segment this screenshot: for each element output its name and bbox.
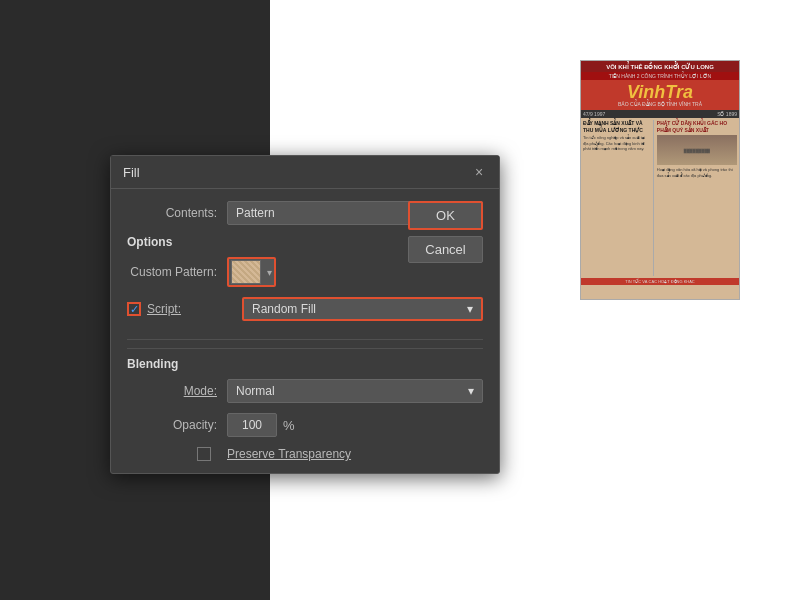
opacity-input[interactable] [227,413,277,437]
mode-value: Normal [236,384,275,398]
preserve-transparency-row: Preserve Transparency [127,447,483,461]
dialog-body: Contents: Pattern ▾ Options Custom Patte… [111,189,499,473]
mode-arrow: ▾ [468,384,474,398]
custom-pattern-label: Custom Pattern: [127,265,227,279]
mode-label: Mode: [127,384,227,398]
cancel-button[interactable]: Cancel [408,236,483,263]
pattern-arrow: ▾ [267,267,272,278]
fill-dialog: Fill × Contents: Pattern ▾ Options Cus [110,155,500,474]
newspaper-image: VÕI KHỈ THÊ ĐỒNG KHỞI CỨU LONG TIỀN HÀNH… [580,60,740,300]
newspaper-col2-headline: PHÁT CỬ DÂN KHỦI GÁC HO PHẨM QUÝ SẢN XUẤ… [657,120,737,133]
newspaper-subheader: TIỀN HÀNH 2 CÔNG TRÌNH THỦY LỢI LỚN [581,72,739,80]
newspaper-header: VÕI KHỈ THÊ ĐỒNG KHỞI CỨU LONG [581,61,739,72]
newspaper-col1: ĐẨY MẠNH SẢN XUẤT VÀ THU MỦA LƯƠNG THỰC … [583,120,650,276]
newspaper-title-banner: VinhTra BÁO CỦA ĐẢNG BỘ TỈNH VĨNH TRÀ [581,80,739,110]
newspaper-subtitle: BÁO CỦA ĐẢNG BỘ TỈNH VĨNH TRÀ [583,101,737,107]
opacity-label: Opacity: [127,418,227,432]
ok-button[interactable]: OK [408,201,483,230]
dialog-titlebar: Fill × [111,156,499,189]
script-arrow: ▾ [467,302,473,316]
percent-label: % [283,418,295,433]
dialog-title: Fill [123,165,140,180]
pattern-picker[interactable]: ▾ [227,257,276,287]
script-checkbox[interactable]: ✓ [127,302,141,316]
newspaper-title: VinhTra [583,83,737,101]
newspaper-date-bar: 47/9 1997 SỐ 1899 [581,110,739,118]
close-button[interactable]: × [471,164,487,180]
script-row: ✓ Script: Random Fill ▾ [127,297,483,321]
script-label: Script: [147,302,232,316]
script-dropdown[interactable]: Random Fill ▾ [242,297,483,321]
opacity-row: Opacity: % [127,413,483,437]
newspaper-col2: PHÁT CỬ DÂN KHỦI GÁC HO PHẨM QUÝ SẢN XUẤ… [657,120,737,276]
contents-value: Pattern [236,206,275,220]
checkmark-icon: ✓ [130,303,139,316]
preserve-label: Preserve Transparency [227,447,351,461]
contents-label: Contents: [127,206,227,220]
dialog-buttons: OK Cancel [408,201,483,263]
newspaper-photo: ▓▓▓▓▓▓▓▓▓ [657,135,737,165]
blending-section: Blending Mode: Normal ▾ Opacity: % [127,348,483,461]
pattern-thumbnail [231,260,261,284]
newspaper-footer: TIN TỨC VÀ CAC HOẠT ĐỘNG KHÁC [581,278,739,285]
newspaper-col1-headline: ĐẨY MẠNH SẢN XUẤT VÀ THU MỦA LƯƠNG THỰC [583,120,650,133]
newspaper-issue: SỐ 1899 [717,111,737,117]
script-value: Random Fill [252,302,316,316]
newspaper-col2-body: Hoạt động văn hóa xã hội và phong trào t… [657,167,737,178]
newspaper-date: 47/9 1997 [583,111,605,117]
preserve-checkbox[interactable] [197,447,211,461]
newspaper-col1-body: Tin tức nông nghiệp và sản xuất tại địa … [583,135,650,152]
mode-dropdown[interactable]: Normal ▾ [227,379,483,403]
blending-label: Blending [127,357,483,371]
mode-row: Mode: Normal ▾ [127,379,483,403]
newspaper-body: ĐẨY MẠNH SẢN XUẤT VÀ THU MỦA LƯƠNG THỰC … [581,118,739,278]
